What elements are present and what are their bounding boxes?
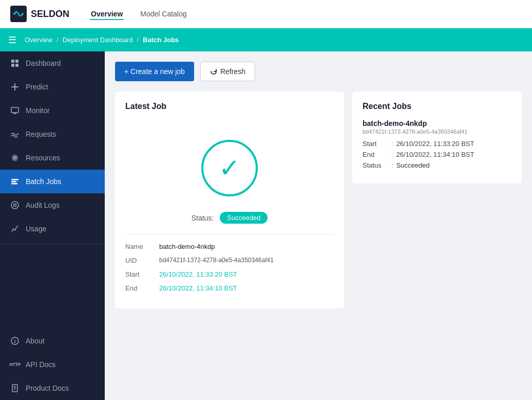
recent-start-value: 26/10/2022, 11:33:20 BST <box>396 140 474 148</box>
sidebar-label-product-docs: Product Docs <box>26 384 69 392</box>
monitor-icon <box>10 106 20 115</box>
sidebar-item-usage[interactable]: Usage <box>0 217 105 241</box>
checkmark-icon: ✓ <box>219 155 240 181</box>
sidebar-item-audit-logs[interactable]: Audit Logs <box>0 193 105 217</box>
breadcrumb-bar: ☰ Overview / Deployment Dashboard / Batc… <box>0 28 532 51</box>
sidebar-label-api-docs: API Docs <box>26 360 55 369</box>
svg-rect-7 <box>11 107 18 113</box>
recent-job-card: batch-demo-4nkdp bd47421f-1372-4278-a0e5… <box>363 119 511 169</box>
logo: SELDON <box>10 6 69 22</box>
detail-name: Name batch-demo-4nkdp <box>125 243 334 250</box>
sidebar-label-dashboard: Dashboard <box>26 59 61 67</box>
sidebar: Dashboard Predict Monitor Requests Resou… <box>0 51 105 400</box>
create-new-job-button[interactable]: + Create a new job <box>115 62 194 81</box>
bars-icon <box>10 177 20 186</box>
info-icon <box>10 336 20 346</box>
svg-rect-10 <box>11 183 17 185</box>
nav-overview[interactable]: Overview <box>90 8 124 20</box>
recent-end-label: End <box>363 151 388 158</box>
sidebar-label-predict: Predict <box>26 83 48 91</box>
sidebar-item-requests[interactable]: Requests <box>0 122 105 146</box>
plus-icon <box>10 82 20 92</box>
svg-rect-8 <box>11 179 18 180</box>
logo-icon <box>10 6 27 22</box>
sidebar-item-api-docs[interactable]: HTTP API Docs <box>0 353 105 376</box>
start-label: Start <box>125 270 151 278</box>
sidebar-label-requests: Requests <box>26 130 56 138</box>
latest-job-title: Latest Job <box>125 102 334 111</box>
grid-icon <box>10 59 20 68</box>
recent-jobs-panel: Recent Jobs batch-demo-4nkdp bd47421f-13… <box>352 92 522 184</box>
end-value: 26/10/2022, 11:34:10 BST <box>159 284 237 292</box>
sidebar-item-resources[interactable]: Resources <box>0 146 105 170</box>
recent-status-label: Status <box>363 161 388 169</box>
sidebar-label-usage: Usage <box>26 225 46 233</box>
sidebar-item-about[interactable]: About <box>0 329 105 353</box>
breadcrumb-sep-2: / <box>137 36 139 44</box>
svg-rect-5 <box>11 64 14 67</box>
name-value: batch-demo-4nkdp <box>159 243 215 250</box>
sidebar-item-dashboard[interactable]: Dashboard <box>0 51 105 75</box>
sidebar-label-audit-logs: Audit Logs <box>26 201 60 209</box>
svg-point-12 <box>14 204 16 207</box>
recent-status-value: Succeeded <box>396 161 430 169</box>
sidebar-item-predict[interactable]: Predict <box>0 75 105 99</box>
sidebar-item-batch-jobs[interactable]: Batch Jobs <box>0 170 105 193</box>
sidebar-label-monitor: Monitor <box>26 106 50 115</box>
doc-icon <box>10 384 20 393</box>
svg-rect-4 <box>15 60 18 63</box>
job-status-visual: ✓ <box>125 119 334 212</box>
recent-job-uid: bd47421f-1372-4278-a0e5-4a350346af41 <box>363 129 511 135</box>
refresh-icon <box>210 68 217 75</box>
svg-rect-3 <box>11 60 14 63</box>
toolbar: + Create a new job Refresh <box>115 62 522 81</box>
main-layout: Dashboard Predict Monitor Requests Resou… <box>0 51 532 400</box>
usage-icon <box>10 224 20 233</box>
success-circle: ✓ <box>201 140 258 196</box>
end-label: End <box>125 284 151 292</box>
hamburger-icon[interactable]: ☰ <box>8 34 16 46</box>
recent-start-label: Start <box>363 140 388 148</box>
top-navigation: SELDON Overview Model Catalog <box>0 0 532 28</box>
svg-rect-9 <box>11 181 16 183</box>
name-label: Name <box>125 243 151 250</box>
status-row: Status: Succeeded <box>125 212 334 224</box>
svg-point-1 <box>13 13 15 15</box>
recent-start-row: Start : 26/10/2022, 11:33:20 BST <box>363 140 511 148</box>
svg-point-2 <box>22 13 24 15</box>
uid-label: UID <box>125 257 151 264</box>
http-icon: HTTP <box>10 360 20 369</box>
uid-value: bd47421f-1372-4278-a0e5-4a350346af41 <box>159 257 274 264</box>
sidebar-item-monitor[interactable]: Monitor <box>0 99 105 122</box>
svg-rect-6 <box>15 64 18 67</box>
waves-icon <box>10 130 20 139</box>
latest-job-panel: Latest Job ✓ Status: Succeeded Name batc… <box>115 92 344 308</box>
breadcrumb-overview[interactable]: Overview <box>25 36 52 44</box>
nav-model-catalog[interactable]: Model Catalog <box>139 8 187 20</box>
breadcrumb-sep-1: / <box>56 36 59 44</box>
sidebar-bottom: About HTTP API Docs Product Docs <box>0 329 105 400</box>
gear-icon <box>10 153 20 162</box>
recent-job-name: batch-demo-4nkdp <box>363 119 511 128</box>
audit-icon <box>10 201 20 210</box>
sidebar-divider <box>0 244 105 244</box>
recent-end-row: End : 26/10/2022, 11:34:10 BST <box>363 151 511 158</box>
status-label: Status: <box>192 214 214 222</box>
panels: Latest Job ✓ Status: Succeeded Name batc… <box>115 92 522 308</box>
recent-end-value: 26/10/2022, 11:34:10 BST <box>396 151 474 158</box>
detail-end: End 26/10/2022, 11:34:10 BST <box>125 284 334 292</box>
breadcrumb-deployment[interactable]: Deployment Dashboard <box>63 36 133 44</box>
breadcrumb-current: Batch Jobs <box>143 36 179 44</box>
sidebar-label-resources: Resources <box>26 154 60 162</box>
start-value: 26/10/2022, 11:33:20 BST <box>159 270 237 278</box>
refresh-button[interactable]: Refresh <box>200 62 255 81</box>
recent-jobs-title: Recent Jobs <box>363 102 511 111</box>
detail-uid: UID bd47421f-1372-4278-a0e5-4a350346af41 <box>125 257 334 264</box>
status-badge: Succeeded <box>220 212 268 224</box>
recent-status-row: Status : Succeeded <box>363 161 511 169</box>
sidebar-item-product-docs[interactable]: Product Docs <box>0 376 105 400</box>
sidebar-label-about: About <box>26 337 45 345</box>
job-details: Name batch-demo-4nkdp UID bd47421f-1372-… <box>125 234 334 292</box>
sidebar-label-batch-jobs: Batch Jobs <box>26 177 61 186</box>
detail-start: Start 26/10/2022, 11:33:20 BST <box>125 270 334 278</box>
